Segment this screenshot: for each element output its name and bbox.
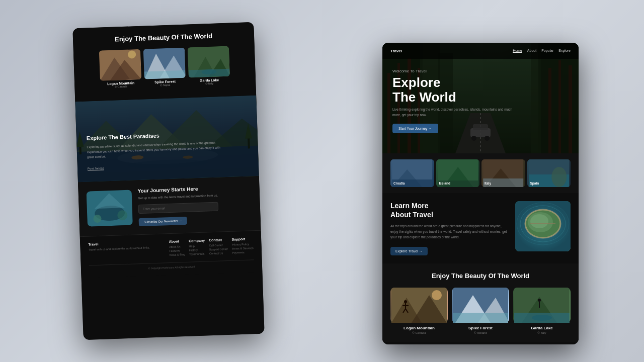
right-learn-section: Learn More About Travel All the trips ar… bbox=[382, 193, 579, 263]
right-learn-heading-line2: About Travel bbox=[390, 211, 433, 219]
svg-point-67 bbox=[530, 214, 548, 228]
right-destinations-section: Croatia Iceland Italy bbox=[382, 153, 579, 193]
left-explore-link[interactable]: Post Joness bbox=[88, 167, 104, 170]
svg-point-88 bbox=[532, 315, 552, 321]
left-footer-contact-heading: Contact bbox=[209, 238, 228, 242]
left-footer: Travel Travel with us and explore the wo… bbox=[80, 230, 263, 279]
left-footer-brand-desc: Travel with us and explore the world wit… bbox=[89, 246, 166, 251]
left-footer-contact-col: Contact Call Center Support Center Conta… bbox=[209, 238, 228, 256]
right-learn-heading: Learn More About Travel bbox=[390, 201, 507, 219]
left-email-input[interactable]: Enter your email bbox=[138, 202, 219, 214]
left-footer-about-link-1[interactable]: About Us bbox=[169, 245, 185, 248]
right-enjoy-photo-1: Logan Mountain © Canada bbox=[390, 288, 448, 334]
left-footer-company-link-2[interactable]: History bbox=[189, 248, 205, 252]
svg-rect-42 bbox=[531, 43, 541, 153]
nav-link-popular[interactable]: Popular bbox=[541, 49, 553, 53]
svg-point-51 bbox=[485, 136, 490, 141]
right-hero-section: Welcome To Travel Explore The World Live… bbox=[382, 43, 579, 153]
right-dest-1[interactable]: Croatia bbox=[390, 159, 434, 187]
left-journey-section: Your Journey Starts Here Get up to date … bbox=[78, 176, 261, 236]
left-journey-content: Your Journey Starts Here Get up to date … bbox=[137, 186, 219, 227]
left-footer-support-link-3[interactable]: Payments bbox=[232, 250, 254, 254]
left-footer-support-link-1[interactable]: Privacy Policy bbox=[232, 242, 254, 246]
svg-point-89 bbox=[538, 299, 541, 302]
left-footer-contact-link-3[interactable]: Contact Us bbox=[209, 251, 228, 255]
left-footer-contact-link-2[interactable]: Support Center bbox=[209, 247, 228, 251]
right-browser-content: Travel Home About Popular Explore bbox=[382, 43, 579, 344]
right-learn-cta-button[interactable]: Explore Travel → bbox=[390, 247, 428, 255]
right-hero-desc: Live thinking exploring the world, disco… bbox=[392, 107, 518, 118]
right-enjoy-label-1: Logan Mountain bbox=[390, 326, 448, 330]
svg-rect-7 bbox=[144, 70, 185, 79]
right-dest-4-label: Spain bbox=[530, 182, 539, 185]
svg-rect-84 bbox=[453, 313, 508, 323]
left-photo-grid: Logan Mountain © Canada Spike Forest © N… bbox=[82, 46, 248, 89]
right-hero-cta-button[interactable]: Start Your Journey → bbox=[392, 124, 438, 133]
left-subscribe-button[interactable]: Subscribe Our Newsletter → bbox=[139, 217, 188, 226]
nav-link-home[interactable]: Home bbox=[513, 49, 522, 53]
svg-rect-43 bbox=[548, 68, 551, 153]
left-footer-about-heading: About bbox=[169, 239, 185, 243]
nav-link-explore[interactable]: Explore bbox=[558, 49, 571, 53]
left-browser-window: Enjoy The Beauty Of The World Logan Moun… bbox=[72, 22, 264, 340]
right-nav-links: Home About Popular Explore bbox=[513, 49, 571, 53]
right-enjoy-photos: Logan Mountain © Canada Spike Forest © I… bbox=[390, 288, 571, 334]
left-footer-company-link-1[interactable]: Help bbox=[189, 244, 205, 248]
right-dest-1-label: Croatia bbox=[393, 182, 405, 185]
left-journey-image bbox=[87, 190, 133, 227]
right-learn-text: Learn More About Travel All the trips ar… bbox=[390, 201, 507, 255]
left-browser-content: Enjoy The Beauty Of The World Logan Moun… bbox=[72, 22, 264, 340]
right-dest-2[interactable]: Iceland bbox=[436, 159, 480, 187]
left-explore-text: Explore The Best Paradises Exploring par… bbox=[87, 130, 228, 172]
right-learn-desc: All the trips around the world are a gre… bbox=[390, 223, 507, 240]
right-browser-window: Travel Home About Popular Explore bbox=[382, 43, 579, 344]
left-footer-brand-col: Travel Travel with us and explore the wo… bbox=[88, 240, 166, 260]
right-dest-3[interactable]: Italy bbox=[481, 159, 525, 187]
left-footer-support-link-2[interactable]: Terms & Services bbox=[232, 246, 254, 250]
left-photo-item-1: Logan Mountain © Canada bbox=[99, 49, 142, 89]
right-hero-content: Welcome To Travel Explore The World Live… bbox=[392, 69, 518, 133]
right-enjoy-sub-3: © Italy bbox=[513, 331, 571, 334]
left-footer-support-col: Support Privacy Policy Terms & Services … bbox=[231, 237, 254, 255]
svg-point-63 bbox=[551, 167, 567, 187]
right-nav: Travel Home About Popular Explore bbox=[382, 43, 579, 59]
left-footer-contact-link-1[interactable]: Call Center bbox=[209, 243, 227, 247]
left-photo-item-2: Spike Forest © Nepal bbox=[143, 48, 186, 87]
left-photo-item-3: Garda Lake © Italy bbox=[188, 46, 230, 86]
left-footer-company-col: Company Help History Testimonials bbox=[189, 239, 205, 257]
right-hero-title: Explore The World bbox=[392, 75, 518, 104]
right-nav-logo: Travel bbox=[390, 49, 507, 53]
right-hero-title-line1: Explore bbox=[392, 75, 440, 90]
left-photo-img-2 bbox=[143, 48, 186, 79]
left-footer-columns: Travel Travel with us and explore the wo… bbox=[88, 237, 254, 260]
left-footer-company-link-3[interactable]: Testimonials bbox=[189, 252, 205, 256]
right-enjoy-label-3: Garda Lake bbox=[513, 326, 571, 330]
right-learn-heading-line1: Learn More bbox=[390, 202, 428, 210]
left-footer-about-link-2[interactable]: Features bbox=[169, 249, 185, 252]
left-footer-about-link-3[interactable]: News & Blog bbox=[170, 253, 186, 256]
left-explore-bg: Explore The Best Paradises Exploring par… bbox=[75, 96, 259, 182]
svg-point-76 bbox=[404, 300, 407, 303]
right-enjoy-section: Enjoy The Beauty Of The World bbox=[382, 263, 579, 342]
left-footer-company-heading: Company bbox=[189, 239, 205, 243]
right-hero-title-line2: The World bbox=[392, 89, 456, 105]
left-footer-brand: Travel bbox=[88, 240, 165, 246]
left-photo-img-1 bbox=[99, 49, 141, 81]
right-dest-3-label: Italy bbox=[485, 182, 491, 185]
right-enjoy-img-1 bbox=[390, 288, 448, 323]
svg-rect-44 bbox=[558, 60, 561, 153]
right-learn-image bbox=[515, 201, 571, 251]
svg-point-75 bbox=[432, 290, 442, 300]
right-enjoy-img-2 bbox=[452, 288, 509, 323]
right-enjoy-sub-1: © Canada bbox=[390, 331, 448, 334]
right-dest-4[interactable]: Spain bbox=[527, 159, 571, 187]
right-enjoy-img-3 bbox=[513, 288, 571, 323]
right-enjoy-photo-2: Spike Forest © Iceland bbox=[452, 288, 509, 334]
svg-rect-45 bbox=[569, 65, 572, 153]
right-dest-2-label: Iceland bbox=[439, 182, 450, 185]
left-footer-copyright: © Copyright Hothricans All rights reserv… bbox=[89, 259, 254, 272]
svg-rect-37 bbox=[387, 73, 390, 153]
left-explore-section: Explore The Best Paradises Exploring par… bbox=[75, 96, 259, 182]
left-top-section: Enjoy The Beauty Of The World Logan Moun… bbox=[72, 22, 256, 102]
nav-link-about[interactable]: About bbox=[527, 49, 536, 53]
